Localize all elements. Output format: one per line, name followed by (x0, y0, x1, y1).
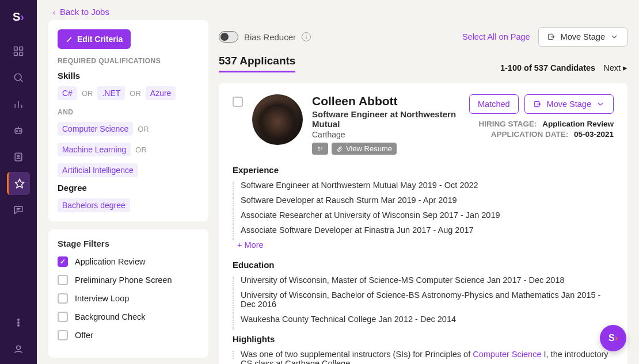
experience-item: Associate Researcher at University of Wi… (233, 210, 614, 220)
chevron-down-icon (610, 32, 619, 41)
stage-filter-row[interactable]: Offer (58, 330, 199, 340)
degree-heading: Degree (58, 183, 199, 193)
svg-point-23 (318, 147, 320, 148)
candidate-title: Software Engineer at Northwestern Mutual (312, 109, 460, 129)
chevron-down-icon (596, 99, 605, 109)
education-item: Waukesha County Technical College Jan 20… (233, 315, 614, 324)
stage-filter-row[interactable]: Interview Loop (58, 293, 199, 304)
skill-tag[interactable]: Machine Learning (58, 143, 131, 156)
chat-fab[interactable]: S› (600, 325, 626, 351)
stage-filters-heading: Stage Filters (58, 239, 199, 248)
or-operator: OR (130, 89, 141, 98)
brand-logo: S› (13, 10, 24, 24)
experience-heading: Experience (233, 165, 614, 175)
move-stage-button[interactable]: Move Stage (538, 27, 627, 47)
skills-row-1: C# OR .NET OR Azure (58, 86, 199, 100)
svg-point-10 (17, 131, 18, 132)
move-icon (547, 32, 556, 41)
pencil-icon (66, 35, 74, 43)
experience-item: Software Engineer at Northwestern Mutual… (233, 181, 614, 190)
candidate-card: Colleen Abbott Software Engineer at Nort… (219, 83, 627, 364)
highlight-term: Computer Science (473, 350, 541, 359)
checkbox-icon[interactable] (58, 275, 68, 285)
more-experience-link[interactable]: + More (237, 240, 614, 250)
applicants-count: 537 Applicants (219, 55, 295, 72)
toggle-switch[interactable] (219, 31, 238, 43)
edit-criteria-button[interactable]: Edit Criteria (58, 29, 131, 49)
highlight-item: Was one of two supplemental instructors … (233, 350, 614, 364)
matched-badge[interactable]: Matched (469, 94, 519, 114)
svg-point-20 (18, 325, 20, 327)
skill-tag[interactable]: Artificial Intelligence (58, 163, 138, 177)
experience-item: Associate Software Developer at Finastra… (233, 225, 614, 235)
stage-filters-card: Stage Filters Application Review Prelimi… (48, 229, 208, 358)
bias-reducer-label: Bias Reducer (244, 32, 296, 42)
hiring-stage-label: HIRING STAGE: (478, 120, 537, 128)
svg-point-11 (20, 131, 21, 132)
skill-tag[interactable]: C# (58, 86, 77, 100)
experience-item: Software Developer at Rausch Sturm Mar 2… (233, 196, 614, 205)
highlights-heading: Highlights (233, 334, 614, 344)
criteria-card: Edit Criteria REQUIRED QUALIFICATIONS Sk… (48, 20, 208, 221)
rail-more-icon[interactable] (7, 311, 30, 334)
rail-profile-icon[interactable] (7, 145, 30, 168)
application-date-value: 05-03-2021 (574, 130, 614, 139)
checkbox-icon[interactable] (58, 312, 68, 322)
skill-tag[interactable]: .NET (97, 86, 125, 100)
candidate-move-stage-button[interactable]: Move Stage (524, 94, 614, 114)
svg-point-19 (18, 322, 20, 324)
stage-filter-label: Interview Loop (75, 294, 129, 303)
back-to-jobs-link[interactable]: ‹Back to Jobs (53, 7, 109, 17)
next-page-link[interactable]: Next ▸ (603, 63, 627, 72)
nav-rail: S› (0, 0, 37, 364)
stage-filter-label: Application Review (75, 257, 146, 266)
checkbox-icon[interactable] (58, 293, 68, 304)
education-heading: Education (233, 260, 614, 270)
rail-search-icon[interactable] (7, 66, 30, 89)
skill-tag[interactable]: Computer Science (58, 122, 133, 136)
svg-rect-0 (14, 47, 18, 51)
svg-rect-3 (20, 52, 23, 56)
avatar (252, 94, 303, 145)
svg-marker-15 (15, 179, 24, 188)
and-operator: AND (58, 108, 199, 116)
stage-filter-row[interactable]: Preliminary Phone Screen (58, 275, 199, 285)
hiring-stage-value: Application Review (542, 120, 614, 128)
page-range: 1-100 of 537 Candidates (500, 63, 595, 72)
chevron-left-icon: ‹ (53, 9, 55, 17)
rail-chat-icon[interactable] (7, 198, 30, 221)
stage-filter-label: Offer (75, 331, 93, 340)
skill-tag[interactable]: Azure (146, 86, 176, 100)
rail-dashboard-icon[interactable] (7, 40, 30, 63)
candidate-checkbox[interactable] (233, 97, 243, 107)
rail-user-icon[interactable] (7, 338, 30, 361)
bias-reducer-toggle: Bias Reducer i (219, 31, 311, 43)
stage-filter-label: Background Check (75, 312, 146, 321)
degree-tag[interactable]: Bachelors degree (58, 198, 130, 212)
view-resume-button[interactable]: View Resume (332, 143, 397, 155)
rail-bot-icon[interactable] (7, 119, 30, 142)
svg-line-5 (20, 79, 22, 82)
or-operator: OR (135, 145, 147, 154)
svg-rect-2 (14, 52, 18, 56)
person-icon (317, 145, 324, 152)
rail-star-icon[interactable] (7, 172, 30, 195)
required-qual-label: REQUIRED QUALIFICATIONS (58, 57, 199, 65)
candidate-name: Colleen Abbott (312, 94, 460, 108)
or-operator: OR (82, 89, 93, 98)
education-item: University of Wisconsin, Bachelor of Sci… (233, 290, 614, 309)
or-operator: OR (138, 125, 149, 133)
svg-rect-1 (20, 47, 23, 51)
info-icon[interactable]: i (302, 32, 311, 41)
education-item: University of Wisconsin, Master of Scien… (233, 275, 614, 285)
stage-filter-row[interactable]: Background Check (58, 312, 199, 322)
profile-badge[interactable] (312, 143, 328, 155)
stage-filter-row[interactable]: Application Review (58, 256, 199, 267)
skills-row-2: Computer Science OR Machine Learning OR … (58, 122, 199, 177)
checkbox-icon[interactable] (58, 330, 68, 340)
checkbox-icon[interactable] (58, 256, 68, 267)
rail-analytics-icon[interactable] (7, 93, 30, 116)
skills-heading: Skills (58, 71, 199, 81)
select-all-link[interactable]: Select All on Page (462, 32, 530, 41)
svg-point-21 (17, 346, 21, 350)
